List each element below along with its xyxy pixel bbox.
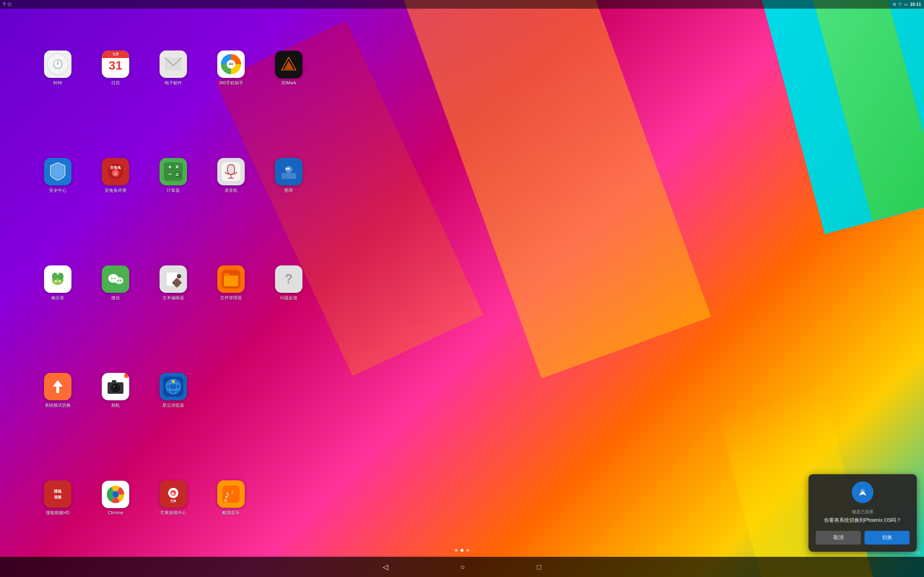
filemanager-icon — [217, 266, 245, 293]
svg-point-25 — [58, 272, 63, 280]
app-360-label: 360手机助手 — [219, 80, 243, 86]
app-recorder[interactable]: 录音机 — [202, 158, 260, 193]
calendar-label: 日历 — [111, 80, 120, 86]
app-clock[interactable]: 🕛 时钟 — [29, 50, 87, 86]
svg-text:🐰: 🐰 — [114, 172, 117, 175]
svg-marker-2 — [284, 61, 294, 69]
editor-label: 文本编辑器 — [162, 295, 184, 301]
svg-text:−: − — [168, 171, 171, 177]
app-360[interactable]: 360 360手机助手 — [202, 50, 260, 86]
app-row-3: 豌豆荚 微信 — [29, 229, 504, 314]
svg-text:+: + — [168, 164, 171, 170]
app-3dmark[interactable]: 3DMark — [260, 51, 318, 85]
calculator-label: 计算器 — [167, 187, 180, 193]
calendar-icon: 七月 31 — [102, 50, 129, 78]
recorder-icon — [217, 158, 245, 185]
question-icon: ? — [3, 2, 5, 7]
svg-rect-40 — [224, 276, 238, 286]
app-texteditor[interactable]: 文本编辑器 — [144, 266, 202, 301]
antutu-label: 安兔兔评测 — [105, 187, 126, 193]
feedback-icon: ? — [275, 266, 302, 293]
wandoujia-label: 豌豆荚 — [51, 295, 64, 301]
security-label: 安全中心 — [49, 187, 66, 193]
app-row-2: 安全中心 安兔兔 🐰 安兔兔评测 + × − — [29, 122, 504, 229]
filemanager-label: 文件管理器 — [220, 295, 242, 301]
wechat-icon — [102, 266, 129, 293]
svg-text:×: × — [175, 164, 179, 170]
app-email[interactable]: 电子邮件 — [144, 50, 202, 86]
svg-text:?: ? — [285, 272, 293, 286]
app-calendar[interactable]: 七月 31 日历 — [87, 50, 144, 86]
app-security[interactable]: 安全中心 — [29, 158, 87, 193]
recorder-label: 录音机 — [225, 187, 237, 193]
status-left: ? ⬡ — [3, 2, 11, 7]
editor-icon — [160, 266, 187, 293]
security-icon — [44, 158, 71, 185]
app-360-icon: 360 — [217, 50, 245, 78]
wechat-label: 微信 — [111, 295, 120, 301]
svg-point-20 — [286, 168, 288, 170]
android-icon: ⬡ — [8, 2, 11, 7]
feedback-label: 问题反馈 — [280, 295, 297, 301]
app-antutu[interactable]: 安兔兔 🐰 安兔兔评测 — [87, 158, 144, 193]
wandoujia-icon — [44, 266, 71, 293]
app-wechat[interactable]: 微信 — [87, 266, 144, 301]
svg-point-27 — [58, 280, 61, 282]
gallery-label: 图库 — [284, 187, 293, 193]
svg-point-32 — [114, 278, 115, 279]
svg-point-33 — [117, 280, 119, 281]
svg-text:=: = — [175, 172, 179, 178]
3dmark-label: 3DMark — [281, 81, 296, 85]
svg-point-24 — [52, 272, 58, 280]
app-grid: 🕛 时钟 七月 31 日历 电子邮件 — [0, 11, 504, 314]
clock-label: 时钟 — [53, 80, 62, 86]
status-bar: ? ⬡ ⊖ ▽ ▭ 16:11 — [0, 0, 504, 9]
svg-point-26 — [55, 280, 57, 282]
app-row-1: 🕛 时钟 七月 31 日历 电子邮件 — [29, 15, 504, 122]
svg-rect-14 — [228, 164, 234, 174]
antutu-icon: 安兔兔 🐰 — [102, 158, 129, 185]
svg-point-30 — [115, 277, 123, 284]
email-icon — [160, 50, 187, 78]
gallery-icon — [275, 158, 302, 185]
svg-point-31 — [111, 278, 113, 279]
svg-point-38 — [177, 274, 181, 279]
app-filemanager[interactable]: 文件管理器 — [202, 266, 260, 301]
svg-text:安兔兔: 安兔兔 — [110, 166, 121, 169]
app-wandoujia[interactable]: 豌豆荚 — [29, 266, 87, 301]
svg-point-34 — [120, 280, 121, 281]
app-calculator[interactable]: + × − = 计算器 — [144, 158, 202, 193]
app-feedback[interactable]: ? 问题反馈 — [260, 266, 318, 301]
calc-icon: + × − = — [160, 158, 187, 185]
app-gallery[interactable]: 图库 — [260, 158, 318, 193]
email-label: 电子邮件 — [165, 80, 182, 86]
svg-rect-21 — [281, 173, 296, 179]
clock-icon: 🕛 — [44, 50, 71, 78]
3dmark-icon — [275, 51, 302, 78]
